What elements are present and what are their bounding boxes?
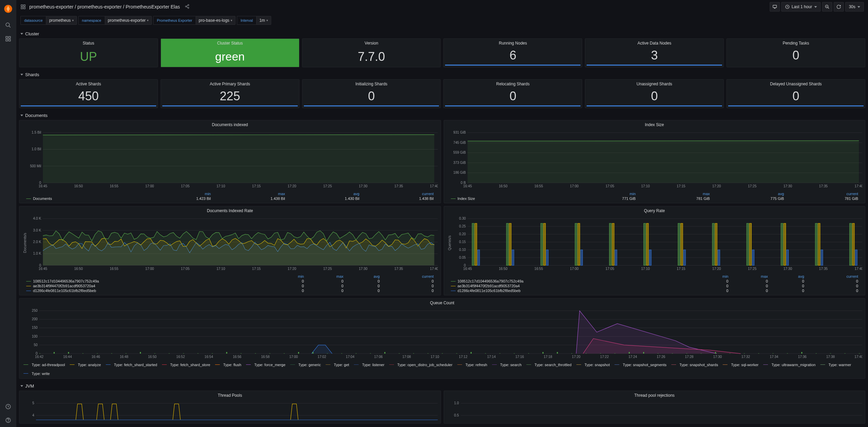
svg-rect-198 [39,353,40,354]
svg-rect-217 [312,352,313,354]
svg-text:17:06: 17:06 [374,355,383,359]
svg-text:373 GiB: 373 GiB [453,161,466,165]
svg-text:16:55: 16:55 [110,184,118,188]
svg-rect-146 [752,250,754,266]
var-datasource: datasource prometheus▾ [20,16,77,25]
svg-rect-238 [615,353,616,354]
svg-rect-228 [471,352,472,354]
svg-text:16:50: 16:50 [74,184,83,188]
var-prometheus-exporter-select[interactable]: pro-base-es-logs▾ [196,16,235,25]
svg-text:17:32: 17:32 [741,355,750,359]
zoom-out-icon[interactable] [822,2,832,12]
svg-rect-152 [821,250,823,266]
panel-thread-pool-rejections[interactable]: Thread pool rejections 1.00.5 [444,391,866,424]
svg-point-14 [188,4,189,5]
svg-rect-250 [787,353,788,354]
breadcrumb-text[interactable]: prometheus-exporter / prometheus-exporte… [29,4,180,10]
svg-text:17:20: 17:20 [572,355,581,359]
panel-unassigned-shards[interactable]: Unassigned Shards 0 [585,79,724,108]
svg-text:17:35: 17:35 [394,267,403,271]
svg-text:17:40: 17:40 [430,184,438,188]
panel-pending-tasks[interactable]: Pending Tasks 0 [726,38,865,67]
panel-queue-count[interactable]: Queue Count 25020015010050016:4216:4416:… [19,298,865,379]
svg-text:17:20: 17:20 [712,184,721,188]
svg-text:17:35: 17:35 [819,267,828,271]
svg-rect-147 [781,223,783,266]
svg-text:16:48: 16:48 [120,355,129,359]
svg-text:17:00: 17:00 [570,267,579,271]
time-range-picker[interactable]: Last 1 hour [781,2,821,12]
svg-rect-244 [701,353,702,354]
monitor-icon[interactable] [770,2,780,12]
svg-rect-143 [718,250,720,266]
panel-docs-indexed-rate[interactable]: Documents Indexed Rate 4.0 K3.0 K2.0 K1.… [19,206,441,295]
share-icon[interactable] [185,4,190,10]
refresh-history-icon[interactable] [1,400,15,413]
svg-rect-247 [744,353,745,354]
svg-text:0.05: 0.05 [459,256,466,259]
panel-active-primary-shards[interactable]: Active Primary Shards 225 [161,79,299,108]
svg-rect-232 [528,353,529,354]
var-namespace: namespace prometheus-exporter▾ [78,16,152,25]
dashboards-icon[interactable] [1,32,15,46]
var-namespace-select[interactable]: prometheus-exporter▾ [105,16,152,25]
var-datasource-select[interactable]: prometheus▾ [46,16,77,25]
svg-text:17:15: 17:15 [676,184,685,188]
panel-active-shards[interactable]: Active Shards 450 [19,79,158,108]
row-shards-header[interactable]: Shards [19,70,865,79]
svg-rect-240 [643,352,644,354]
svg-rect-209 [197,353,198,354]
svg-text:931 GiB: 931 GiB [453,131,466,134]
svg-text:17:30: 17:30 [713,355,722,359]
panel-version[interactable]: Version 7.7.0 [302,38,441,67]
row-jvm-header[interactable]: JVM [19,381,865,391]
svg-rect-225 [427,353,428,354]
var-prometheus-exporter: Prometheus Exporter pro-base-es-logs▾ [153,16,235,25]
svg-rect-208 [183,353,184,354]
svg-rect-142 [715,223,717,266]
svg-text:16:52: 16:52 [176,355,185,359]
row-cluster-header[interactable]: Cluster [19,29,865,38]
help-icon[interactable] [1,413,15,427]
panel-initializing-shards[interactable]: Initializing Shards 0 [302,79,441,108]
grafana-logo[interactable] [3,4,13,14]
svg-text:17:25: 17:25 [323,267,332,271]
svg-text:16:44: 16:44 [63,355,72,359]
svg-rect-131 [580,250,583,266]
panel-thread-pools[interactable]: Thread Pools 54 [19,391,441,424]
svg-rect-239 [629,352,630,354]
refresh-button[interactable] [834,2,844,12]
search-icon[interactable] [1,18,15,32]
svg-text:17:15: 17:15 [252,184,261,188]
panel-status[interactable]: Status UP [19,38,158,67]
panel-index-size[interactable]: Index Size 931 GiB745 GiB559 GiB373 GiB1… [444,120,866,203]
svg-text:17:35: 17:35 [819,184,828,188]
var-interval-select[interactable]: 1m▾ [256,16,271,25]
svg-text:17:00: 17:00 [145,184,154,188]
chevron-down-icon [20,115,23,116]
panel-cluster-status[interactable]: Cluster Status green [161,38,299,67]
panel-documents-indexed[interactable]: Documents indexed 1.5 Bil1.0 Bil500 Mil0… [19,120,441,203]
svg-rect-222 [384,352,386,354]
svg-text:0.15: 0.15 [459,240,466,244]
panel-relocating-shards[interactable]: Relocating Shards 0 [443,79,582,108]
svg-text:50: 50 [34,343,38,347]
panel-query-rate[interactable]: Query Rate 0.300.250.200.150.100.05016:4… [444,206,866,295]
svg-rect-5 [6,39,7,41]
panel-active-data-nodes[interactable]: Active Data Nodes 3 [585,38,724,67]
time-range-label: Last 1 hour [792,4,812,9]
svg-rect-252 [816,353,817,354]
svg-rect-215 [284,353,285,354]
svg-rect-3 [6,36,7,38]
row-documents-header[interactable]: Documents [19,111,865,120]
svg-rect-135 [643,223,645,266]
panel-running-nodes[interactable]: Running Nodes 6 [443,38,582,67]
svg-text:250: 250 [32,309,38,312]
svg-rect-214 [269,353,270,354]
refresh-interval-picker[interactable]: 30s [845,2,864,12]
panel-delayed-unassigned-shards[interactable]: Delayed Unassigned Shards 0 [726,79,865,108]
svg-text:0.10: 0.10 [459,248,466,252]
svg-text:4: 4 [32,413,34,417]
svg-text:17:20: 17:20 [288,267,296,271]
variable-bar: datasource prometheus▾ namespace prometh… [16,14,868,27]
